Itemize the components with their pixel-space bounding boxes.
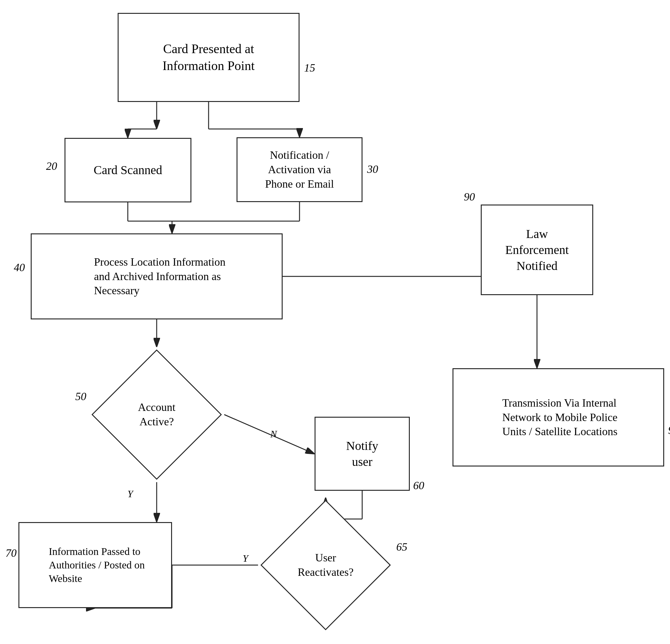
- num-95: 95: [668, 424, 670, 437]
- card-presented-label: Card Presented at Information Point: [162, 41, 255, 74]
- user-reactivates-diamond: [260, 500, 391, 630]
- notification-activation-label: Notification / Activation via Phone or E…: [265, 148, 334, 191]
- notify-user-box: Notify user: [314, 417, 410, 491]
- num-70: 70: [5, 547, 17, 560]
- svg-line-16: [224, 415, 314, 454]
- process-location-label: Process Location Information and Archive…: [88, 255, 226, 298]
- card-scanned-label: Card Scanned: [94, 162, 162, 178]
- account-active-diamond: [92, 350, 222, 480]
- num-50: 50: [75, 390, 86, 403]
- account-active-diamond-wrap: AccountActive?: [89, 347, 224, 482]
- notification-activation-box: Notification / Activation via Phone or E…: [237, 137, 362, 202]
- notify-user-label: Notify user: [346, 438, 378, 470]
- info-passed-label: Information Passed to Authorities / Post…: [46, 545, 145, 586]
- num-65: 65: [396, 540, 407, 553]
- num-40: 40: [14, 261, 25, 274]
- y-arrow-label-user: Y: [243, 553, 248, 564]
- info-passed-box: Information Passed to Authorities / Post…: [18, 522, 172, 608]
- transmission-label: Transmission Via Internal Network to Mob…: [499, 396, 617, 439]
- y-arrow-label-account: Y: [128, 488, 133, 500]
- transmission-box: Transmission Via Internal Network to Mob…: [453, 368, 664, 466]
- process-location-box: Process Location Information and Archive…: [31, 233, 283, 319]
- law-enforcement-box: Law Enforcement Notified: [481, 205, 593, 295]
- user-reactivates-diamond-wrap: UserReactivates?: [258, 497, 393, 633]
- card-presented-box: Card Presented at Information Point: [118, 13, 299, 102]
- num-60: 60: [413, 479, 424, 492]
- num-20: 20: [46, 160, 57, 173]
- num-15: 15: [304, 61, 315, 74]
- n-arrow-label: N: [270, 428, 277, 440]
- num-30: 30: [367, 163, 378, 176]
- card-scanned-box: Card Scanned: [65, 138, 191, 202]
- num-90: 90: [464, 190, 475, 203]
- law-enforcement-label: Law Enforcement Notified: [505, 226, 569, 274]
